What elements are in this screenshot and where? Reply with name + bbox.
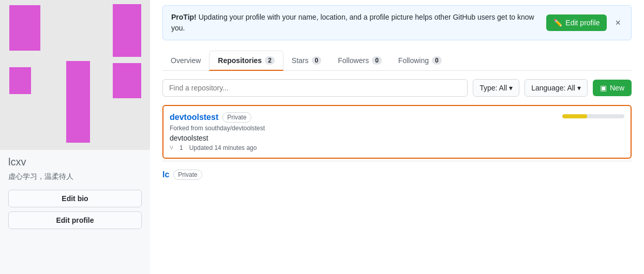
username: lcxv — [8, 156, 142, 168]
tab-overview[interactable]: Overview — [162, 51, 209, 71]
repo-name-link[interactable]: devtoolstest — [170, 113, 218, 122]
sidebar: lcxv 虚心学习，温柔待人 Edit bio Edit profile — [0, 0, 150, 274]
protip-body: Updating your profile with your name, lo… — [171, 13, 534, 32]
main-content: ProTip! Updating your profile with your … — [150, 0, 644, 274]
language-filter-button[interactable]: Language: All ▾ — [525, 79, 588, 97]
sidebar-info: lcxv 虚心学习，温柔待人 Edit bio Edit profile — [0, 150, 150, 239]
repo-name-row: devtoolstest Private — [170, 112, 562, 123]
repo-badge: Private — [222, 112, 251, 123]
type-filter-label: Type: All — [480, 84, 507, 92]
tab-following[interactable]: Following 0 — [390, 51, 450, 71]
protip-label: ProTip! — [171, 13, 197, 21]
progress-bar-fill — [562, 114, 587, 118]
repo-description: devtoolstest — [170, 134, 562, 142]
edit-profile-banner-label: Edit profile — [565, 19, 600, 27]
progress-bar-container — [562, 114, 624, 118]
repo-item-devtoolstest: devtoolstest Private Forked from southda… — [162, 105, 632, 159]
tab-stars-label: Stars — [292, 56, 309, 65]
repo-meta: ⑂ 1 Updated 14 minutes ago — [170, 144, 562, 151]
new-repo-icon: ▣ — [600, 84, 607, 92]
repo-badge-2: Private — [173, 170, 202, 180]
protip-text: ProTip! Updating your profile with your … — [171, 12, 538, 34]
tab-followers-count: 0 — [372, 56, 382, 65]
tab-followers-label: Followers — [338, 56, 369, 65]
new-repo-button[interactable]: ▣ New — [593, 80, 632, 96]
tab-repositories-count: 2 — [265, 56, 275, 65]
pencil-icon: ✏️ — [553, 19, 562, 27]
repo-item-lc: lc Private — [162, 161, 632, 180]
repo-name-link-2[interactable]: lc — [162, 170, 169, 179]
repo-fork-info: Forked from southday/devtoolstest — [170, 125, 562, 132]
repo-list: devtoolstest Private Forked from southda… — [162, 105, 632, 180]
repo-filters: Type: All ▾ Language: All ▾ ▣ New — [162, 79, 632, 97]
repo-search-input[interactable] — [162, 79, 468, 97]
tab-repositories[interactable]: Repositories 2 — [209, 51, 283, 71]
avatar — [0, 0, 150, 150]
tab-stars[interactable]: Stars 0 — [283, 51, 330, 71]
type-filter-chevron-icon: ▾ — [509, 84, 513, 92]
tab-overview-label: Overview — [171, 56, 201, 65]
repo-item-right — [562, 112, 624, 118]
updated-time: Updated 14 minutes ago — [189, 144, 257, 151]
new-repo-label: New — [610, 84, 624, 92]
tab-repositories-label: Repositories — [218, 56, 262, 65]
edit-profile-sidebar-button[interactable]: Edit profile — [8, 211, 142, 229]
close-protip-button[interactable]: × — [613, 18, 623, 28]
fork-count: 1 — [179, 144, 183, 151]
tab-stars-count: 0 — [312, 56, 322, 65]
repo-item-left: devtoolstest Private Forked from southda… — [170, 112, 562, 151]
edit-bio-button[interactable]: Edit bio — [8, 190, 142, 207]
protip-actions: ✏️ Edit profile × — [546, 14, 623, 31]
language-filter-chevron-icon: ▾ — [577, 84, 581, 92]
type-filter-button[interactable]: Type: All ▾ — [473, 79, 519, 97]
edit-profile-banner-button[interactable]: ✏️ Edit profile — [546, 14, 607, 31]
language-filter-label: Language: All — [531, 84, 575, 92]
protip-banner: ProTip! Updating your profile with your … — [162, 5, 632, 40]
bio-text: 虚心学习，温柔待人 — [8, 172, 142, 181]
tab-followers[interactable]: Followers 0 — [330, 51, 390, 71]
tab-following-label: Following — [398, 56, 429, 65]
fork-icon: ⑂ — [170, 144, 173, 151]
tab-following-count: 0 — [432, 56, 442, 65]
tabs: Overview Repositories 2 Stars 0 Follower… — [162, 51, 632, 71]
